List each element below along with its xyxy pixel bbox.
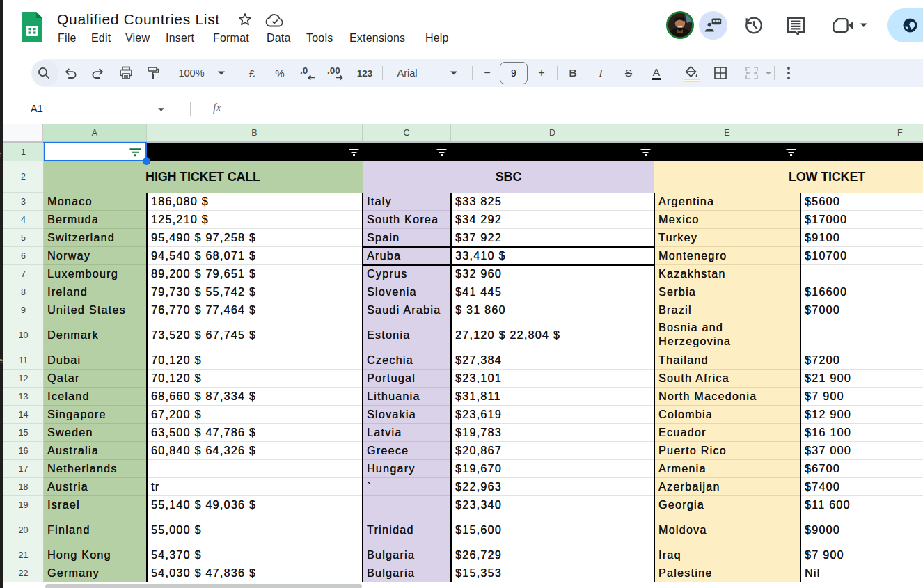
svg-text:.00: .00 (327, 65, 340, 76)
svg-text:.0: .0 (300, 65, 308, 76)
